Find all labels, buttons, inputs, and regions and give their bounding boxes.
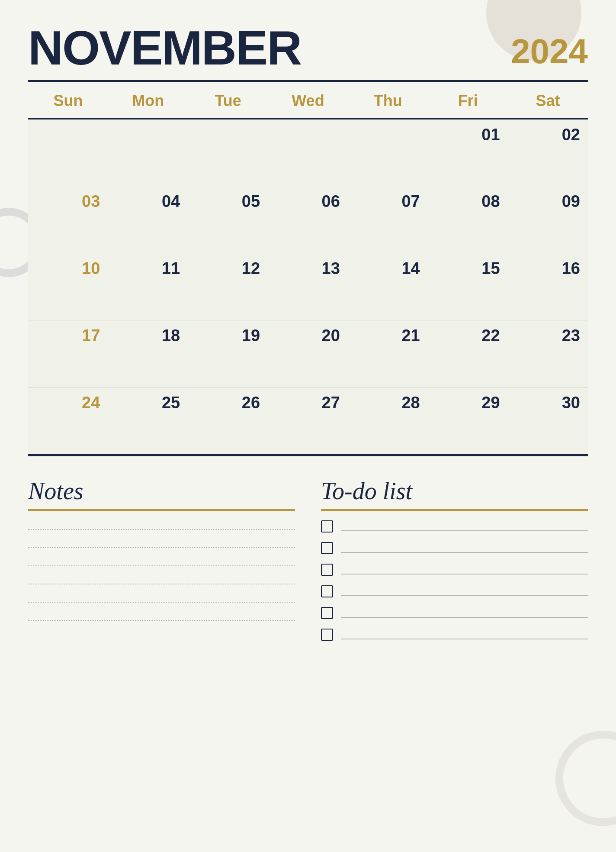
todo-checkbox[interactable] [321,520,333,532]
calendar-cell: 01 [428,119,508,186]
calendar-cell: 21 [348,320,428,387]
day-number: 24 [36,394,100,412]
day-number: 02 [516,126,580,144]
calendar-cell: 16 [508,253,588,320]
day-number: 20 [276,326,340,345]
day-number: 11 [116,259,180,278]
calendar-week-3: 10111213141516 [28,253,588,320]
day-number: 07 [356,192,420,211]
day-number: 10 [36,259,100,278]
page-wrapper: NOVEMBER 2024 SunMonTueWedThuFriSat 0102… [0,0,616,672]
todo-heading: To-do list [321,477,588,505]
todo-item [321,564,588,576]
calendar-cell: 11 [108,253,188,320]
todo-item [321,542,588,554]
calendar-cell: 14 [348,253,428,320]
todo-section: To-do list [321,477,588,650]
calendar-cell: 06 [268,186,348,253]
month-title: NOVEMBER [28,24,301,72]
header: NOVEMBER 2024 [28,24,588,72]
calendar-cell [268,119,348,186]
calendar-cell: 04 [108,186,188,253]
day-number: 29 [436,394,500,412]
calendar-cell: 27 [268,387,348,454]
day-number: 30 [516,394,580,412]
day-number: 09 [516,192,580,211]
calendar-cell: 18 [108,320,188,387]
day-number: 04 [116,192,180,211]
calendar-cell: 03 [28,186,108,253]
day-number: 13 [276,259,340,278]
day-number: 12 [196,259,260,278]
calendar-cell: 15 [428,253,508,320]
notes-line [28,539,295,548]
notes-lines [28,520,295,621]
calendar-cell [188,119,268,186]
calendar-cell: 25 [108,387,188,454]
todo-item [321,520,588,532]
calendar-cell [108,119,188,186]
day-number: 25 [116,394,180,412]
day-number: 28 [356,394,420,412]
notes-underline [28,509,295,511]
calendar-cell: 29 [428,387,508,454]
calendar-cell: 05 [188,186,268,253]
calendar-cell: 26 [188,387,268,454]
calendar-cell [28,119,108,186]
calendar-cell: 19 [188,320,268,387]
todo-checkbox[interactable] [321,564,333,576]
day-number: 18 [116,326,180,345]
todo-items [321,520,588,641]
day-number: 06 [276,192,340,211]
day-number: 26 [196,394,260,412]
notes-line [28,520,295,530]
day-number: 15 [436,259,500,278]
notes-line [28,575,295,584]
notes-line [28,557,295,566]
calendar-week-2: 03040506070809 [28,186,588,253]
todo-checkbox[interactable] [321,629,333,641]
todo-checkbox[interactable] [321,542,333,554]
calendar-week-1: 0102 [28,119,588,186]
bottom-section: Notes To-do list [28,477,588,650]
todo-item [321,607,588,619]
day-number: 22 [436,326,500,345]
day-number: 19 [196,326,260,345]
todo-item [321,585,588,597]
day-header-tue: Tue [188,82,268,119]
todo-line [341,565,588,574]
calendar-cell: 09 [508,186,588,253]
day-number: 01 [436,126,500,144]
day-header-wed: Wed [268,82,348,119]
day-number: 03 [36,192,100,211]
todo-line [341,630,588,639]
day-number: 21 [356,326,420,345]
calendar-grid: SunMonTueWedThuFriSat 010203040506070809… [28,80,588,454]
calendar-cell: 20 [268,320,348,387]
todo-line [341,587,588,596]
day-header-thu: Thu [348,82,428,119]
notes-section: Notes [28,477,295,650]
deco-circle-bottom-right [555,731,616,826]
todo-checkbox[interactable] [321,585,333,597]
calendar-cell: 28 [348,387,428,454]
calendar-cell: 22 [428,320,508,387]
calendar-cell: 23 [508,320,588,387]
notes-line [28,611,295,621]
calendar-week-4: 17181920212223 [28,320,588,387]
calendar-cell: 07 [348,186,428,253]
calendar-cell: 10 [28,253,108,320]
calendar-week-5: 24252627282930 [28,387,588,454]
day-header-sat: Sat [508,82,588,119]
day-number: 16 [516,259,580,278]
bottom-border [28,454,588,456]
todo-checkbox[interactable] [321,607,333,619]
day-number: 23 [516,326,580,345]
day-number: 27 [276,394,340,412]
day-header-mon: Mon [108,82,188,119]
year-title: 2024 [511,34,588,72]
calendar-cell: 24 [28,387,108,454]
days-header-row: SunMonTueWedThuFriSat [28,82,588,119]
day-number: 08 [436,192,500,211]
calendar-cell: 17 [28,320,108,387]
